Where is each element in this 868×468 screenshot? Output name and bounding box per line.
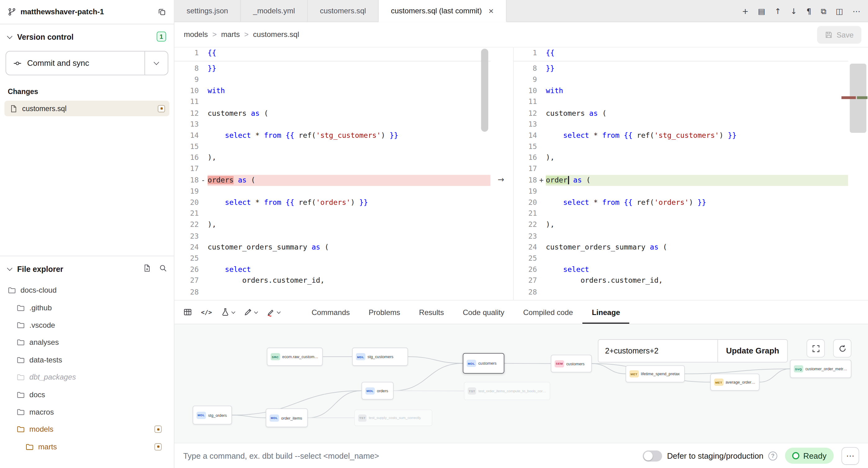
format-document-icon[interactable]: ¶: [807, 7, 811, 15]
lineage-node-customers[interactable]: MDLcustomers: [463, 353, 504, 374]
file-explorer-item-docs[interactable]: docs: [0, 386, 174, 403]
breadcrumb-item[interactable]: models: [184, 30, 208, 39]
file-explorer-item-docs-cloud[interactable]: docs-cloud: [0, 282, 174, 299]
split-editor-icon[interactable]: ◫: [836, 7, 843, 15]
build-menu[interactable]: [221, 308, 235, 317]
file-label: docs: [30, 391, 45, 399]
branch-selector[interactable]: matthewshaver-patch-1: [0, 0, 174, 24]
move-down-icon[interactable]: ↓: [791, 7, 797, 15]
line-number: 16: [514, 152, 537, 163]
version-control-header[interactable]: Version control 1: [0, 24, 174, 46]
panel-tab-code-quality[interactable]: Code quality: [453, 301, 514, 324]
diff-marker: [199, 197, 208, 208]
lineage-node-test_order_items[interactable]: TSTtest_order_items_compute_to_bools_cor…: [464, 382, 550, 400]
file-explorer-item--vscode[interactable]: .vscode: [0, 317, 174, 334]
code-icon[interactable]: </>: [201, 309, 212, 316]
diff-marker: [537, 208, 546, 219]
diff-editor[interactable]: 1{{8}}910with1112customers as (1314 sele…: [175, 48, 868, 300]
move-up-icon[interactable]: ↑: [775, 7, 781, 15]
results-table-icon[interactable]: [183, 308, 192, 317]
file-label: marts: [38, 442, 57, 451]
panel-tab-results[interactable]: Results: [409, 301, 453, 324]
copy-icon[interactable]: [158, 8, 166, 16]
file-explorer-item-dbt-packages[interactable]: dbt_packages: [0, 369, 174, 386]
fullscreen-button[interactable]: [807, 339, 825, 357]
format-menu[interactable]: [243, 308, 257, 317]
line-number: 14: [175, 130, 199, 141]
new-tab-icon[interactable]: +: [742, 7, 748, 15]
changed-file[interactable]: customers.sql: [4, 101, 169, 116]
panel-tab-compiled-code[interactable]: Compiled code: [514, 301, 582, 324]
docs-icon[interactable]: ⧉: [821, 7, 827, 15]
diff-pane-modified[interactable]: 1{{8}}910with1112customers as (1314 sele…: [513, 48, 848, 300]
node-type-badge: MDL: [467, 360, 476, 367]
command-input[interactable]: [183, 451, 635, 460]
editor-list-icon[interactable]: ▤: [758, 7, 765, 15]
file-explorer-item-marts[interactable]: marts: [0, 438, 174, 455]
lineage-node-stg_customers[interactable]: MDLstg_customers: [352, 348, 408, 366]
lineage-node-average_order_value[interactable]: METaverage_order_value: [710, 374, 760, 391]
editor-tab[interactable]: _models.yml: [241, 0, 308, 22]
breadcrumb-item[interactable]: marts: [221, 30, 240, 39]
lineage-node-order_items[interactable]: MDLorder_items: [266, 408, 308, 427]
overview-ruler[interactable]: [848, 48, 868, 300]
close-icon[interactable]: ×: [488, 6, 494, 15]
revert-change-arrow-icon[interactable]: →: [498, 175, 504, 184]
panel-tab-problems[interactable]: Problems: [359, 301, 409, 324]
lineage-node-lifetime_spend_pretax[interactable]: METlifetime_spend_pretax: [625, 365, 685, 382]
update-graph-button[interactable]: Update Graph: [717, 339, 787, 363]
lineage-selector-input[interactable]: [598, 339, 718, 363]
diff-marker: [537, 219, 546, 230]
new-file-icon[interactable]: [143, 264, 151, 273]
folder-icon: [17, 338, 25, 347]
commit-button-label: Commit and sync: [27, 59, 89, 68]
status-badge[interactable]: Ready: [785, 448, 834, 464]
more-actions-icon[interactable]: ⋯: [852, 7, 860, 15]
editor-tab[interactable]: customers.sql: [308, 0, 379, 22]
diff-marker: [199, 108, 208, 119]
vertical-scrollbar[interactable]: [481, 49, 488, 132]
panel-tab-commands[interactable]: Commands: [302, 301, 359, 324]
diff-marker: [199, 163, 208, 175]
code-text: [208, 163, 491, 175]
code-text: customers as (: [208, 108, 491, 119]
lineage-node-customer_order_metrics[interactable]: SVQcustomer_order_metrics: [790, 360, 851, 378]
line-number: 22: [175, 219, 199, 230]
file-explorer-header[interactable]: File explorer: [0, 256, 174, 278]
line-number: 15: [514, 141, 537, 152]
refresh-button[interactable]: [833, 339, 851, 357]
breadcrumb-item[interactable]: customers.sql: [253, 30, 299, 39]
commit-and-sync-button[interactable]: Commit and sync: [6, 51, 168, 75]
lineage-node-raw_customers[interactable]: SRCecom.raw_customers: [267, 348, 323, 366]
file-explorer-item--github[interactable]: .github: [0, 299, 174, 317]
defer-toggle[interactable]: [643, 450, 662, 462]
code-text: [208, 119, 491, 130]
code-text: ),: [546, 152, 848, 163]
code-text: select * from {{ ref('stg_customers') }}: [546, 130, 848, 141]
code-line: 17: [514, 163, 848, 175]
file-explorer-item-data-tests[interactable]: data-tests: [0, 351, 174, 369]
file-explorer-item-macros[interactable]: macros: [0, 403, 174, 420]
editor-tab[interactable]: settings.json: [175, 0, 241, 22]
lineage-canvas[interactable]: Update Graph SRCecom.raw_customersMDLstg…: [175, 324, 868, 443]
diff-marker: [537, 130, 546, 141]
lineage-node-orders[interactable]: MDLorders: [361, 382, 393, 399]
search-icon[interactable]: [159, 264, 167, 273]
diff-pane-original[interactable]: 1{{8}}910with1112customers as (1314 sele…: [175, 48, 491, 300]
save-button[interactable]: Save: [817, 26, 861, 44]
code-text: [546, 119, 848, 130]
main-area: settings.json_models.ymlcustomers.sqlcus…: [175, 0, 868, 468]
line-number: 27: [514, 275, 537, 286]
lineage-node-test_supply_costs[interactable]: TSTtest_supply_costs_sum_correctly: [354, 410, 432, 426]
file-explorer-item-analyses[interactable]: analyses: [0, 334, 174, 351]
editor-tab[interactable]: customers.sql (last commit)×: [379, 0, 506, 22]
file-explorer-item-models[interactable]: models: [0, 420, 174, 438]
commit-options-dropdown[interactable]: [144, 52, 168, 75]
more-options-button[interactable]: ⋯: [841, 447, 859, 465]
help-icon[interactable]: ?: [768, 451, 777, 460]
file-label: docs-cloud: [21, 286, 57, 294]
lineage-node-customers_sem[interactable]: SEMcustomers: [551, 355, 592, 372]
lineage-node-stg_orders[interactable]: MDLstg_orders: [193, 406, 232, 425]
panel-tab-lineage[interactable]: Lineage: [582, 301, 629, 324]
lint-fix-menu[interactable]: [266, 308, 280, 317]
